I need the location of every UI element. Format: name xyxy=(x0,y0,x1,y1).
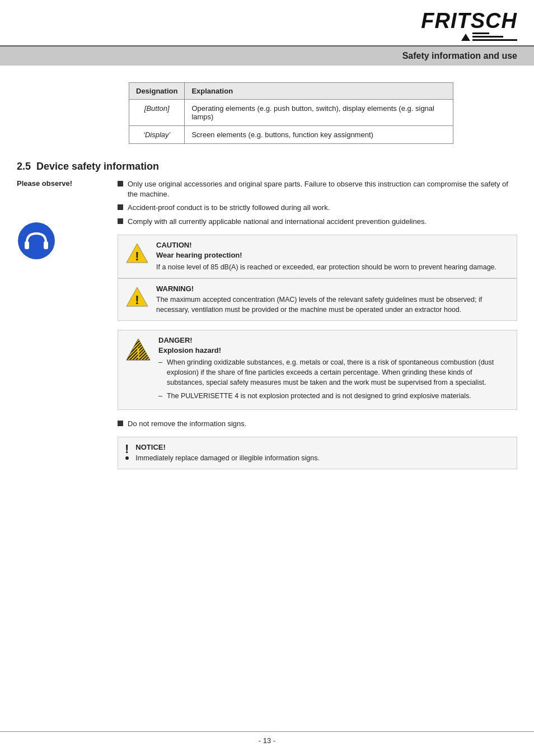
caution-title: CAUTION! xyxy=(156,241,510,249)
svg-rect-1 xyxy=(25,241,29,249)
warning-title: WARNING! xyxy=(156,284,510,293)
section-header-title: Safety information and use xyxy=(402,51,517,61)
table-cell-explanation-2: Screen elements (e.g. buttons, function … xyxy=(185,126,453,144)
bullet-square-icon xyxy=(118,421,123,426)
danger-triangle-icon: ! xyxy=(125,337,152,363)
table-header-designation: Designation xyxy=(129,83,185,100)
table-cell-designation-2: ‘Display’ xyxy=(129,126,185,144)
table-row: [Button] Operating elements (e.g. push b… xyxy=(129,100,453,126)
main-content: Designation Explanation [Button] Operati… xyxy=(0,66,534,486)
footer: - 13 - xyxy=(0,731,534,745)
notice-exclamation-icon: ! xyxy=(125,443,129,455)
notice-box: ! NOTICE! Immediately replace damaged or… xyxy=(118,437,517,469)
caution-triangle-icon: ! xyxy=(125,242,149,266)
caution-box: ! CAUTION! Wear hearing protection! If a… xyxy=(118,235,517,278)
hearing-icon-wrapper xyxy=(17,221,106,262)
logo-bar-2 xyxy=(472,36,503,38)
table-row: ‘Display’ Screen elements (e.g. buttons,… xyxy=(129,126,453,144)
caution-box-content: CAUTION! Wear hearing protection! If a n… xyxy=(156,241,510,272)
logo-underlines xyxy=(461,32,517,41)
svg-text:!: ! xyxy=(136,346,140,361)
dash-icon: – xyxy=(158,391,162,401)
section-25-title: 2.5 Device safety information xyxy=(17,161,517,172)
table-cell-explanation-1: Operating elements (e.g. push button, sw… xyxy=(185,100,453,126)
list-item: Do not remove the information signs. xyxy=(118,419,517,429)
notice-icon: ! xyxy=(125,443,129,460)
section-25-body: Please observe! xyxy=(17,179,517,469)
please-observe-label: Please observe! xyxy=(17,179,72,188)
logo-bar-3 xyxy=(472,39,517,41)
section-header-bar: Safety information and use xyxy=(0,45,534,66)
danger-subtitle: Explosion hazard! xyxy=(158,346,510,354)
warning-box-content: WARNING! The maximum accepted concentrat… xyxy=(156,284,510,315)
warning-triangle-icon: ! xyxy=(125,286,149,310)
danger-box: ! DANGER! Explosion hazard! – When grind… xyxy=(118,330,517,410)
list-item: Accident-proof conduct is to be strictly… xyxy=(118,203,517,213)
svg-rect-2 xyxy=(44,241,48,249)
table-cell-designation-1: [Button] xyxy=(129,100,185,126)
table-header-explanation: Explanation xyxy=(185,83,453,100)
hearing-protection-icon xyxy=(17,221,56,260)
notice-title: NOTICE! xyxy=(135,443,510,451)
list-item: – When grinding oxidizable substances, e… xyxy=(158,357,510,388)
section-title-text: Device safety information xyxy=(36,161,159,172)
section-number: 2.5 xyxy=(17,161,31,172)
do-not-remove-text: Do not remove the information signs. xyxy=(128,419,246,429)
bullet-text-3: Comply with all currently applicable nat… xyxy=(128,217,427,227)
svg-point-0 xyxy=(18,222,55,259)
bullet-square-icon xyxy=(118,181,123,186)
right-column: Only use original accessories and origin… xyxy=(118,179,517,469)
notice-text: Immediately replace damaged or illegible… xyxy=(135,453,510,463)
logo-text: FRITSCH xyxy=(421,10,517,31)
danger-bullet-2: The PULVERISETTE 4 is not explosion prot… xyxy=(167,391,471,401)
danger-bullet-1: When grinding oxidizable substances, e.g… xyxy=(167,357,510,388)
logo-triangle xyxy=(461,34,470,41)
danger-title: DANGER! xyxy=(158,336,510,344)
logo-bar-1 xyxy=(472,32,489,34)
caution-text: If a noise level of 85 dB(A) is reached … xyxy=(156,262,510,272)
left-column: Please observe! xyxy=(17,179,106,469)
section-25: 2.5 Device safety information Please obs… xyxy=(17,161,517,469)
list-item: Only use original accessories and origin… xyxy=(118,179,517,199)
page-number: - 13 - xyxy=(259,736,275,745)
designation-table: Designation Explanation [Button] Operati… xyxy=(129,82,453,144)
svg-text:!: ! xyxy=(135,293,139,307)
danger-box-content: DANGER! Explosion hazard! – When grindin… xyxy=(158,336,510,404)
svg-text:!: ! xyxy=(135,249,139,263)
danger-bullet-list: – When grinding oxidizable substances, e… xyxy=(158,357,510,401)
bullet-text-2: Accident-proof conduct is to be strictly… xyxy=(128,203,330,213)
notice-dot-icon xyxy=(125,456,129,460)
caution-subtitle: Wear hearing protection! xyxy=(156,251,510,259)
warning-text: The maximum accepted concentration (MAC)… xyxy=(156,295,510,315)
warning-box: ! WARNING! The maximum accepted concentr… xyxy=(118,278,517,321)
bullet-square-icon xyxy=(118,218,123,224)
bullet-square-icon xyxy=(118,204,123,210)
list-item: Comply with all currently applicable nat… xyxy=(118,217,517,227)
bullet-text-1: Only use original accessories and origin… xyxy=(128,179,517,199)
do-not-remove-list: Do not remove the information signs. xyxy=(118,419,517,429)
header: FRITSCH xyxy=(0,0,534,41)
list-item: – The PULVERISETTE 4 is not explosion pr… xyxy=(158,391,510,401)
notice-box-content: NOTICE! Immediately replace damaged or i… xyxy=(135,443,510,463)
dash-icon: – xyxy=(158,357,162,367)
designation-table-wrapper: Designation Explanation [Button] Operati… xyxy=(129,82,453,144)
fritsch-logo: FRITSCH xyxy=(421,10,517,41)
observe-bullet-list: Only use original accessories and origin… xyxy=(118,179,517,227)
